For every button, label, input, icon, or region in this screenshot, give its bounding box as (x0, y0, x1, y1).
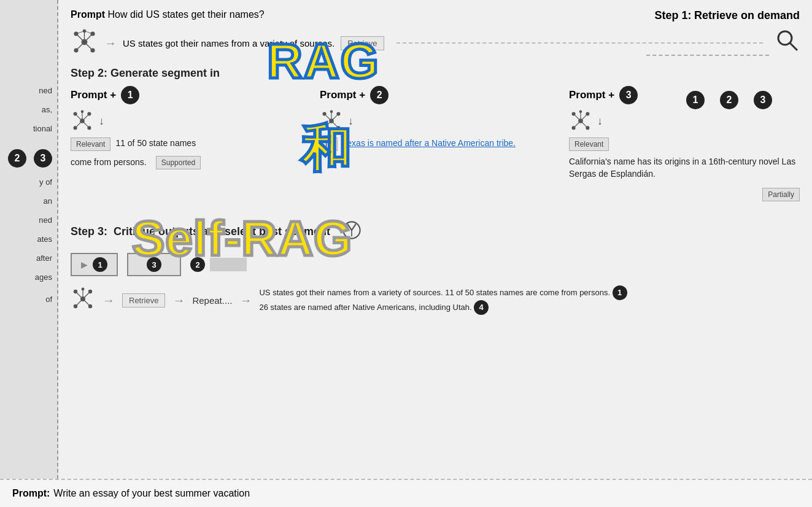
small-grey-box (210, 258, 247, 271)
step1-network-icon (71, 28, 98, 58)
step3-result: US states got their names from a variety… (259, 285, 627, 315)
col3-partially: Partially (569, 188, 800, 201)
seg-right: 2 (190, 257, 247, 272)
sidebar-text-ates: ates (37, 234, 52, 244)
col1-bottom: come from persons. Supported (71, 156, 301, 169)
col2-header: Prompt + 2 (320, 86, 551, 104)
col2-icons: ↓ (320, 109, 551, 133)
col3-text1: California's name has its origins in a 1… (569, 156, 800, 180)
step3-section: Step 3: Critique outputs and select best… (71, 220, 800, 315)
sidebar-text-yof: y of (39, 177, 52, 187)
step2-header: Step 2: Generate segment in (71, 67, 800, 80)
svg-line-24 (82, 121, 89, 128)
col3: Prompt + 3 (569, 86, 800, 201)
svg-line-45 (574, 121, 581, 128)
left-sidebar: ned as, tional 2 3 y of an ned ates afte… (0, 0, 58, 479)
col1-text1: 11 of 50 state names (115, 137, 196, 150)
svg-line-57 (83, 292, 90, 299)
col3-relevant-tag[interactable]: Relevant (569, 137, 609, 151)
col2-down-arrow: ↓ (348, 115, 354, 128)
magnify-icon (775, 28, 800, 58)
step1-prompt-label: Prompt (71, 9, 105, 20)
seg-num1: 1 (93, 257, 107, 272)
svg-line-7 (85, 34, 93, 42)
col2: Prompt + 2 (320, 86, 551, 201)
sidebar-text-an: an (44, 196, 52, 206)
main-content: Prompt How did US states get their names… (58, 0, 812, 479)
result-num1: 1 (613, 285, 627, 300)
sidebar-text-ages: ages (35, 273, 52, 282)
step1-retrieve-button[interactable]: Retrieve (341, 36, 384, 50)
step3-network-icon (71, 287, 95, 314)
sidebar-text-ned2: ned (39, 215, 52, 225)
col1-text2: come from persons. (71, 157, 147, 169)
col1-header-text: Prompt + (71, 89, 116, 101)
svg-line-35 (331, 121, 338, 128)
step1-prompt-line: Prompt How did US states get their names… (71, 9, 265, 20)
bottom-prompt-label: Prompt: (12, 488, 50, 499)
col2-header-text: Prompt + (320, 89, 365, 101)
col3-partially-tag[interactable]: Partially (762, 188, 800, 201)
step3-retrieve-button[interactable]: Retrieve (122, 293, 165, 308)
sidebar-items: ned as, tional 2 3 y of an ned ates afte… (8, 86, 52, 304)
svg-line-8 (76, 42, 85, 51)
svg-line-44 (581, 114, 587, 121)
segment-box-1: ▶ 1 (71, 253, 118, 276)
col3-network-icon (569, 109, 592, 133)
step3-arrow2: → (172, 293, 185, 308)
col1-header: Prompt + 1 (71, 86, 301, 104)
step1-prompt-text: How did US states get their names? (107, 9, 264, 20)
step3-bottom-row: → Retrieve → Repeat.... → US states got … (71, 285, 800, 315)
col1-content: Relevant 11 of 50 state names (71, 137, 301, 151)
sidebar-text-tional: tional (33, 124, 52, 133)
step3-header: Step 3: Critique outputs and select best… (71, 220, 800, 244)
step1-retrieve-text: US states got their names from a variety… (123, 38, 334, 48)
step3-label: Step 3: (71, 225, 107, 238)
step3-title: Critique outputs and select best segment (114, 225, 330, 238)
critique-icon (341, 220, 362, 244)
svg-point-13 (778, 31, 792, 45)
svg-line-46 (581, 121, 587, 128)
col3-down-arrow: ↓ (597, 115, 603, 128)
svg-line-43 (574, 114, 581, 121)
step1-title: Retrieve on demand (694, 9, 800, 21)
svg-line-59 (83, 299, 90, 306)
step3-arrow3: → (239, 293, 252, 308)
step2-label: Step 2: (71, 67, 110, 79)
col1-num: 1 (121, 86, 139, 104)
sidebar-text-ned: ned (39, 86, 52, 95)
step3-result-text2: 26 states are named after Native America… (259, 303, 471, 312)
step1-retrieve-row: → US states got their names from a varie… (71, 28, 800, 58)
play-icon-1: ▶ (81, 260, 88, 269)
svg-line-21 (75, 114, 82, 121)
col1: Prompt + 1 (71, 86, 301, 201)
dashed-line-1 (396, 42, 763, 44)
col1-network-icon (71, 109, 94, 133)
step1-arrow: → (104, 36, 117, 50)
seg-num3: 3 (147, 257, 161, 272)
segment-box-3: 3 (127, 253, 181, 276)
svg-line-33 (331, 114, 338, 121)
col1-supported-tag[interactable]: Supported (156, 156, 201, 169)
col2-irr-tag[interactable]: Irr (320, 137, 338, 151)
step3-row: ▶ 1 3 2 (71, 253, 800, 276)
svg-line-56 (75, 292, 83, 299)
step1-step-label: Step 1: (654, 9, 691, 21)
step1-header: Prompt How did US states get their names… (71, 9, 800, 22)
svg-line-58 (75, 299, 83, 306)
col1-relevant-tag[interactable]: Relevant (71, 137, 110, 151)
svg-line-34 (325, 121, 331, 128)
step3-repeat-text: Repeat.... (192, 295, 232, 306)
svg-line-9 (85, 42, 93, 51)
bottom-prompt-text: Write an essay of your best summer vacat… (53, 488, 250, 499)
step2-section: Step 2: Generate segment in RAG Prompt +… (71, 67, 800, 201)
svg-line-6 (76, 34, 85, 42)
step2-title: Generate segment in (110, 67, 220, 79)
step1-title-block: Step 1: Retrieve on demand (654, 9, 800, 22)
col2-network-icon (320, 109, 343, 133)
seg-num2: 2 (190, 257, 205, 272)
three-cols: Prompt + 1 (71, 86, 800, 201)
svg-line-23 (75, 121, 82, 128)
col3-header: Prompt + 3 (569, 86, 800, 104)
step3-arrow1: → (102, 293, 115, 308)
